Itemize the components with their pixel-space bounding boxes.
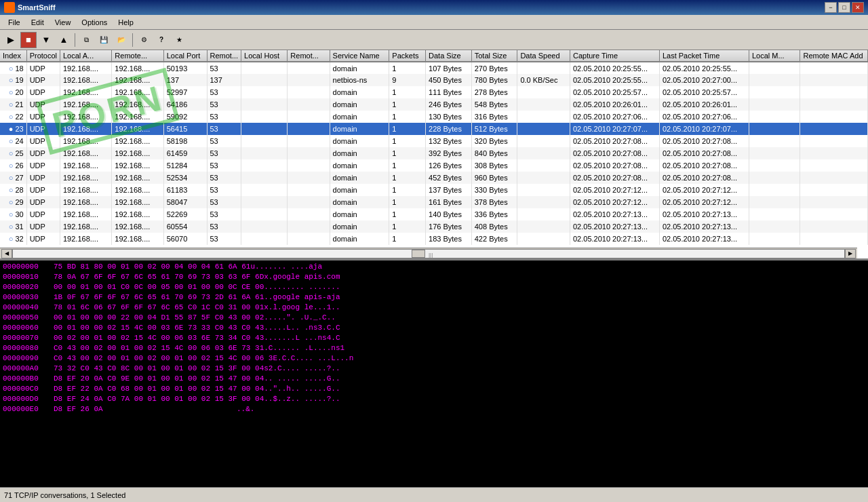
maximize-button[interactable]: □: [838, 2, 850, 13]
menu-help[interactable]: Help: [113, 17, 139, 28]
table-row[interactable]: ○ 32UDP192.168....192.168....5607053doma…: [0, 233, 868, 245]
cell-remote-port: 53: [207, 233, 241, 245]
cell-total-size: 308 Bytes: [471, 159, 517, 172]
scroll-left-button[interactable]: ◀: [1, 249, 12, 258]
cell-remote-port: 53: [207, 111, 241, 123]
table-row[interactable]: ○ 29UDP192.168....192.168....5804753doma…: [0, 196, 868, 208]
cell-protocol: UDP: [26, 184, 60, 196]
cell-remote-addr: 192.168....: [112, 111, 163, 123]
cell-remote-host: [288, 233, 330, 245]
cell-local-addr: 192.168....: [60, 98, 111, 111]
table-row[interactable]: ○ 21UDP192.168....192.168....6418653doma…: [0, 98, 868, 111]
col-header-index[interactable]: Index: [0, 50, 26, 62]
window-title: SmartSniff: [18, 3, 56, 12]
cell-local-mac: [749, 220, 800, 233]
scroll-marker: |||: [429, 252, 433, 258]
col-header-remote-mac[interactable]: Remote MAC Add: [800, 50, 868, 62]
table-row[interactable]: ○ 24UDP192.168....192.168....5819853doma…: [0, 135, 868, 147]
menu-options[interactable]: Options: [76, 17, 113, 28]
save-button[interactable]: 💾: [96, 32, 112, 48]
cell-remote-mac: [800, 147, 868, 159]
table-row[interactable]: ○ 31UDP192.168....192.168....6055453doma…: [0, 220, 868, 233]
filter-up-button[interactable]: ▲: [56, 32, 72, 48]
col-header-remote-addr[interactable]: Remote...: [112, 50, 163, 62]
table-row[interactable]: ○ 30UDP192.168....192.168....5226953doma…: [0, 208, 868, 220]
cell-local-addr: 192.168....: [60, 123, 111, 135]
hex-ascii: .C...... .L....ns1: [264, 343, 344, 353]
col-header-data-size[interactable]: Data Size: [426, 50, 472, 62]
table-row[interactable]: ● 23UDP192.168....192.168....5641553doma…: [0, 123, 868, 135]
cell-remote-mac: [800, 135, 868, 147]
table-row[interactable]: ○ 18UDP192.168....192.168....5019353doma…: [0, 62, 868, 74]
table-row[interactable]: ○ 22UDP192.168....192.168....5909253doma…: [0, 111, 868, 123]
col-header-local-port[interactable]: Local Port: [163, 50, 207, 62]
hex-offset: 00000080: [3, 343, 54, 353]
table-header-row: Index Protocol Local A... Remote... Loca…: [0, 50, 868, 62]
col-header-protocol[interactable]: Protocol: [26, 50, 60, 62]
table-row[interactable]: ○ 19UDP192.168....192.168....137137netbi…: [0, 74, 868, 86]
help-button[interactable]: ?: [153, 32, 170, 48]
cell-total-size: 960 Bytes: [471, 172, 517, 184]
cell-service: domain: [330, 135, 389, 147]
cell-remote-host: [288, 159, 330, 172]
scroll-right-button[interactable]: ▶: [845, 249, 856, 258]
hex-dump-area[interactable]: 00000000 75 BD 81 80 00 01 00 02 00 04 0…: [0, 260, 868, 487]
menu-file[interactable]: File: [3, 17, 26, 28]
hex-offset: 00000020: [3, 282, 54, 292]
hex-line: 000000D0 D8 EF 24 0A C0 7A 00 01 00 01 0…: [3, 394, 865, 404]
cell-local-mac: [749, 98, 800, 111]
cell-protocol: UDP: [26, 147, 60, 159]
horizontal-scrollbar[interactable]: ◀ ||| ▶: [0, 248, 857, 258]
col-header-total-size[interactable]: Total Size: [471, 50, 517, 62]
table-row[interactable]: ○ 27UDP192.168....192.168....5253453doma…: [0, 172, 868, 184]
scrollbar-thumb[interactable]: [412, 250, 425, 258]
menu-edit[interactable]: Edit: [26, 17, 50, 28]
cell-remote-port: 137: [207, 74, 241, 86]
main-content: PORN Index Protocol Local A... Remote...…: [0, 50, 868, 487]
table-row[interactable]: ○ 26UDP192.168....192.168....5128453doma…: [0, 159, 868, 172]
filter-down-button[interactable]: ▼: [38, 32, 54, 48]
cell-service: domain: [330, 233, 389, 245]
cell-capture-time: 02.05.2010 20:26:01...: [570, 98, 659, 111]
col-header-packets[interactable]: Packets: [389, 50, 426, 62]
cell-index: ○ 32: [0, 233, 26, 245]
cell-protocol: UDP: [26, 74, 60, 86]
about-button[interactable]: ★: [171, 32, 187, 48]
cell-service: domain: [330, 123, 389, 135]
col-header-capture-time[interactable]: Capture Time: [570, 50, 659, 62]
stop-button[interactable]: ■: [20, 32, 37, 48]
props-button[interactable]: ⚙: [136, 32, 152, 48]
menu-view[interactable]: View: [50, 17, 77, 28]
hex-line: 000000B0 D8 EF 20 0A C0 9E 00 01 00 01 0…: [3, 374, 865, 384]
col-header-remote-port[interactable]: Remot...: [207, 50, 241, 62]
col-header-local-addr[interactable]: Local A...: [60, 50, 111, 62]
cell-local-port: 58047: [163, 196, 207, 208]
minimize-button[interactable]: −: [825, 2, 837, 13]
cell-local-host: [241, 135, 288, 147]
col-header-local-host[interactable]: Local Host: [241, 50, 288, 62]
copy-button[interactable]: ⧉: [78, 32, 94, 48]
col-header-last-packet[interactable]: Last Packet Time: [659, 50, 749, 62]
cell-capture-time: 02.05.2010 20:27:13...: [570, 220, 659, 233]
scrollbar-track[interactable]: |||: [12, 249, 845, 258]
cell-remote-host: [288, 184, 330, 196]
cell-packets: 1: [389, 123, 426, 135]
cell-protocol: UDP: [26, 172, 60, 184]
table-row[interactable]: ○ 25UDP192.168....192.168....6145953doma…: [0, 147, 868, 159]
col-header-service[interactable]: Service Name: [330, 50, 389, 62]
cell-index: ○ 27: [0, 172, 26, 184]
cell-index: ○ 22: [0, 111, 26, 123]
table-row[interactable]: ○ 20UDP192.168....192.168....5299753doma…: [0, 86, 868, 98]
cell-remote-addr: 192.168....: [112, 86, 163, 98]
col-header-data-speed[interactable]: Data Speed: [517, 50, 570, 62]
col-header-local-mac[interactable]: Local M...: [749, 50, 800, 62]
open-button[interactable]: 📂: [113, 32, 130, 48]
cell-total-size: 512 Bytes: [471, 123, 517, 135]
close-button[interactable]: ✕: [852, 2, 864, 13]
cell-protocol: UDP: [26, 86, 60, 98]
table-row[interactable]: ○ 28UDP192.168....192.168....6118353doma…: [0, 184, 868, 196]
play-button[interactable]: ▶: [3, 32, 19, 48]
col-header-remote-host[interactable]: Remot...: [288, 50, 330, 62]
table-scroll[interactable]: Index Protocol Local A... Remote... Loca…: [0, 50, 868, 258]
cell-remote-port: 53: [207, 196, 241, 208]
